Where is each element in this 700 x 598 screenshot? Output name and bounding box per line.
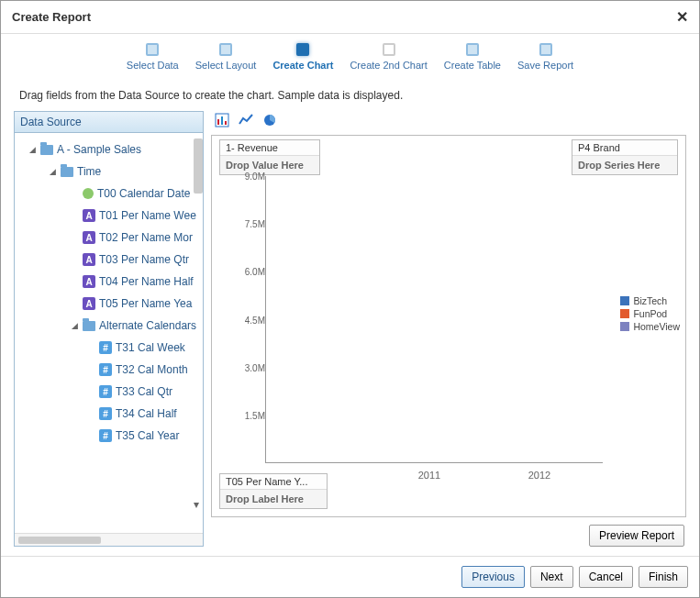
legend-swatch-icon bbox=[620, 296, 629, 305]
tree-node[interactable]: #T32 Cal Month bbox=[15, 359, 203, 381]
folder-icon bbox=[61, 167, 73, 177]
tree-node[interactable]: AT05 Per Name Yea bbox=[15, 293, 203, 315]
tree-node[interactable]: AT03 Per Name Qtr bbox=[15, 249, 203, 271]
step-label: Save Report bbox=[517, 60, 573, 71]
drop-label-field: T05 Per Name Y... bbox=[220, 474, 327, 490]
tree-node[interactable]: AT01 Per Name Wee bbox=[15, 205, 203, 227]
cancel-button[interactable]: Cancel bbox=[579, 566, 633, 588]
expand-arrow-icon: ◢ bbox=[70, 321, 79, 330]
attribute-icon: A bbox=[83, 297, 95, 310]
chart-canvas: 1- Revenue Drop Value Here P4 Brand Drop… bbox=[211, 135, 686, 517]
legend-label: FunPod bbox=[633, 308, 667, 319]
legend-swatch-icon bbox=[620, 309, 629, 318]
data-source-panel: Data Source ▾ ◢A - Sample Sales◢TimeT00 … bbox=[14, 111, 204, 547]
expand-arrow-icon: ◢ bbox=[28, 145, 37, 154]
tree-node[interactable]: T00 Calendar Date bbox=[15, 183, 203, 205]
y-tick: 7.5M bbox=[245, 219, 265, 229]
tree-node[interactable]: AT02 Per Name Mor bbox=[15, 227, 203, 249]
folder-icon bbox=[40, 145, 53, 155]
tree-node-label: T00 Calendar Date bbox=[97, 187, 190, 200]
step-label: Create 2nd Chart bbox=[350, 60, 427, 71]
y-axis: 1.5M3.0M4.5M6.0M7.5M9.0M bbox=[239, 176, 265, 463]
tree-node[interactable]: #T31 Cal Week bbox=[15, 337, 203, 359]
preview-report-button[interactable]: Preview Report bbox=[589, 525, 684, 547]
y-tick: 4.5M bbox=[245, 315, 265, 325]
step-box-icon bbox=[383, 43, 395, 56]
pie-chart-icon[interactable] bbox=[262, 113, 277, 127]
y-tick: 9.0M bbox=[245, 172, 265, 182]
svg-rect-3 bbox=[225, 121, 227, 125]
more-indicator-icon: ▾ bbox=[194, 498, 201, 505]
drop-value-chip[interactable]: 1- Revenue Drop Value Here bbox=[219, 139, 320, 175]
drop-value-field: 1- Revenue bbox=[220, 140, 319, 156]
drop-label-hint: Drop Label Here bbox=[220, 490, 327, 508]
finish-button[interactable]: Finish bbox=[639, 566, 688, 588]
tree-node-label: T35 Cal Year bbox=[116, 429, 179, 442]
legend-item: BizTech bbox=[620, 295, 680, 306]
step-label: Create Chart bbox=[272, 60, 333, 71]
y-tick: 6.0M bbox=[245, 267, 265, 277]
svg-rect-1 bbox=[217, 119, 219, 125]
plot-area: 20112012 bbox=[265, 176, 603, 463]
step-label: Create Table bbox=[444, 60, 501, 71]
attribute-icon: A bbox=[83, 275, 95, 288]
tree-node[interactable]: #T33 Cal Qtr bbox=[15, 381, 203, 403]
drop-series-hint: Drop Series Here bbox=[572, 156, 677, 174]
dialog-footer: Previous Next Cancel Finish bbox=[1, 556, 699, 597]
tree-node[interactable]: AT04 Per Name Half bbox=[15, 271, 203, 293]
scrollbar-horizontal[interactable] bbox=[15, 533, 203, 546]
legend-label: BizTech bbox=[633, 295, 667, 306]
drop-series-chip[interactable]: P4 Brand Drop Series Here bbox=[572, 139, 678, 175]
attribute-icon: A bbox=[83, 209, 95, 222]
wizard-step-4[interactable]: Create Table bbox=[444, 43, 501, 71]
expand-arrow-icon: ◢ bbox=[48, 167, 57, 176]
y-tick: 1.5M bbox=[245, 410, 265, 420]
clock-icon bbox=[83, 188, 94, 199]
folder-icon bbox=[83, 321, 95, 331]
step-box-icon bbox=[146, 43, 159, 56]
drop-value-hint: Drop Value Here bbox=[220, 156, 319, 174]
attribute-icon: A bbox=[83, 253, 95, 266]
measure-icon: # bbox=[99, 385, 112, 398]
wizard-step-0[interactable]: Select Data bbox=[127, 43, 179, 71]
step-label: Select Data bbox=[127, 60, 179, 71]
wizard-step-5[interactable]: Save Report bbox=[517, 43, 573, 71]
measure-icon: # bbox=[99, 429, 112, 442]
x-label: 2012 bbox=[507, 470, 572, 481]
chart-type-toolbar bbox=[211, 111, 686, 135]
line-chart-icon[interactable] bbox=[239, 113, 253, 127]
wizard-steps: Select DataSelect LayoutCreate ChartCrea… bbox=[1, 34, 699, 76]
wizard-step-2[interactable]: Create Chart bbox=[272, 43, 333, 71]
tree-node[interactable]: #T34 Cal Half bbox=[15, 403, 203, 425]
tree-node[interactable]: ◢Alternate Calendars bbox=[15, 315, 203, 337]
step-box-icon bbox=[219, 43, 232, 56]
tree-node[interactable]: ◢Time bbox=[15, 161, 203, 183]
data-source-tree[interactable]: ▾ ◢A - Sample Sales◢TimeT00 Calendar Dat… bbox=[15, 133, 203, 533]
tree-node-label: A - Sample Sales bbox=[57, 143, 141, 156]
legend-label: HomeView bbox=[633, 321, 680, 332]
create-report-dialog: Create Report ✕ Select DataSelect Layout… bbox=[0, 0, 700, 598]
svg-rect-2 bbox=[221, 116, 223, 125]
data-source-header: Data Source bbox=[15, 112, 203, 133]
legend: BizTechFunPodHomeView bbox=[620, 295, 680, 334]
tree-node[interactable]: #T35 Cal Year bbox=[15, 425, 203, 447]
step-box-icon bbox=[466, 43, 479, 56]
bar-chart-icon[interactable] bbox=[215, 113, 229, 127]
legend-item: FunPod bbox=[620, 308, 680, 319]
tree-node[interactable]: ◢A - Sample Sales bbox=[15, 138, 203, 161]
y-tick: 3.0M bbox=[245, 362, 265, 372]
wizard-step-3[interactable]: Create 2nd Chart bbox=[350, 43, 427, 71]
previous-button[interactable]: Previous bbox=[461, 566, 525, 588]
preview-row: Preview Report bbox=[211, 517, 686, 547]
step-box-icon bbox=[296, 43, 309, 56]
drop-label-chip[interactable]: T05 Per Name Y... Drop Label Here bbox=[219, 473, 328, 509]
step-label: Select Layout bbox=[195, 60, 257, 71]
next-button[interactable]: Next bbox=[530, 566, 573, 588]
tree-node-label: T32 Cal Month bbox=[116, 363, 188, 376]
tree-node-label: T34 Cal Half bbox=[116, 407, 177, 420]
close-icon[interactable]: ✕ bbox=[676, 8, 688, 26]
chart-panel: 1- Revenue Drop Value Here P4 Brand Drop… bbox=[211, 111, 686, 547]
scrollbar-vertical[interactable] bbox=[194, 138, 203, 194]
legend-item: HomeView bbox=[620, 321, 680, 332]
wizard-step-1[interactable]: Select Layout bbox=[195, 43, 257, 71]
